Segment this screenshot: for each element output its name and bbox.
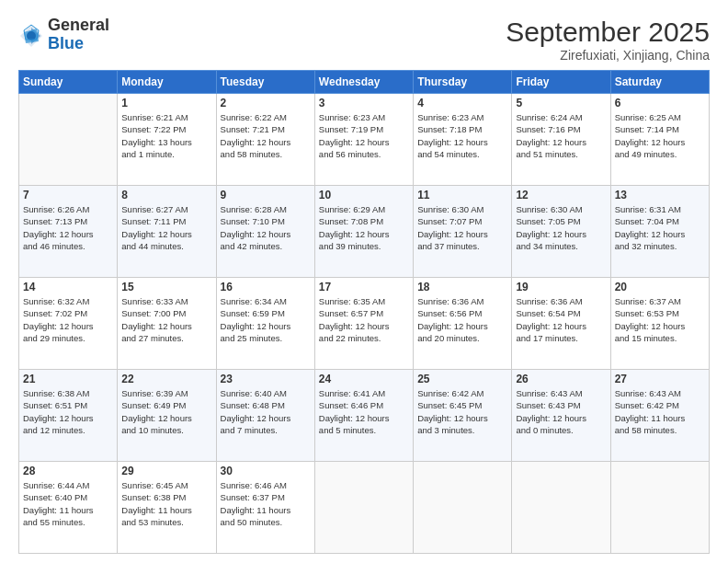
calendar-table: SundayMondayTuesdayWednesdayThursdayFrid… <box>18 70 710 554</box>
day-info: Sunrise: 6:22 AM Sunset: 7:21 PM Dayligh… <box>221 111 311 160</box>
calendar-week-row: 14Sunrise: 6:32 AM Sunset: 7:02 PM Dayli… <box>19 278 710 370</box>
weekday-header: Saturday <box>610 71 709 94</box>
logo-icon <box>18 23 44 49</box>
header: General Blue September 2025 Zirefuxiati,… <box>18 17 710 63</box>
day-info: Sunrise: 6:21 AM Sunset: 7:22 PM Dayligh… <box>121 111 211 160</box>
day-number: 19 <box>516 281 606 293</box>
calendar-cell: 1Sunrise: 6:21 AM Sunset: 7:22 PM Daylig… <box>118 94 216 186</box>
day-number: 28 <box>23 465 113 477</box>
day-info: Sunrise: 6:39 AM Sunset: 6:49 PM Dayligh… <box>121 387 211 436</box>
day-info: Sunrise: 6:26 AM Sunset: 7:13 PM Dayligh… <box>23 203 113 252</box>
calendar-cell: 29Sunrise: 6:45 AM Sunset: 6:38 PM Dayli… <box>118 462 216 554</box>
calendar-cell: 22Sunrise: 6:39 AM Sunset: 6:49 PM Dayli… <box>118 370 216 462</box>
day-info: Sunrise: 6:28 AM Sunset: 7:10 PM Dayligh… <box>221 203 311 252</box>
calendar-cell: 19Sunrise: 6:36 AM Sunset: 6:54 PM Dayli… <box>512 278 610 370</box>
calendar-week-row: 7Sunrise: 6:26 AM Sunset: 7:13 PM Daylig… <box>19 186 710 278</box>
calendar-cell: 5Sunrise: 6:24 AM Sunset: 7:16 PM Daylig… <box>512 94 610 186</box>
day-number: 25 <box>417 373 507 385</box>
day-number: 1 <box>121 97 211 109</box>
weekday-header: Wednesday <box>314 71 413 94</box>
month-title: September 2025 <box>506 17 710 48</box>
calendar-cell: 2Sunrise: 6:22 AM Sunset: 7:21 PM Daylig… <box>216 94 314 186</box>
calendar-cell: 27Sunrise: 6:43 AM Sunset: 6:42 PM Dayli… <box>610 370 709 462</box>
calendar-cell: 25Sunrise: 6:42 AM Sunset: 6:45 PM Dayli… <box>414 370 512 462</box>
day-number: 30 <box>221 465 311 477</box>
calendar-cell: 23Sunrise: 6:40 AM Sunset: 6:48 PM Dayli… <box>216 370 314 462</box>
calendar-cell <box>19 94 118 186</box>
calendar-cell: 10Sunrise: 6:29 AM Sunset: 7:08 PM Dayli… <box>314 186 413 278</box>
calendar-cell: 6Sunrise: 6:25 AM Sunset: 7:14 PM Daylig… <box>610 94 709 186</box>
day-info: Sunrise: 6:40 AM Sunset: 6:48 PM Dayligh… <box>221 387 311 436</box>
day-number: 5 <box>516 97 606 109</box>
page: General Blue September 2025 Zirefuxiati,… <box>0 0 728 563</box>
weekday-header: Sunday <box>19 71 118 94</box>
calendar-cell <box>314 462 413 554</box>
day-number: 9 <box>221 189 311 201</box>
calendar-cell: 8Sunrise: 6:27 AM Sunset: 7:11 PM Daylig… <box>118 186 216 278</box>
day-number: 13 <box>615 189 705 201</box>
calendar-cell: 20Sunrise: 6:37 AM Sunset: 6:53 PM Dayli… <box>610 278 709 370</box>
day-number: 2 <box>221 97 311 109</box>
weekday-header: Tuesday <box>216 71 314 94</box>
day-number: 10 <box>319 189 409 201</box>
title-block: September 2025 Zirefuxiati, Xinjiang, Ch… <box>506 17 710 63</box>
day-number: 11 <box>417 189 507 201</box>
day-number: 15 <box>121 281 211 293</box>
day-info: Sunrise: 6:45 AM Sunset: 6:38 PM Dayligh… <box>121 479 211 528</box>
weekday-header: Thursday <box>414 71 512 94</box>
calendar-cell: 4Sunrise: 6:23 AM Sunset: 7:18 PM Daylig… <box>414 94 512 186</box>
calendar-cell: 16Sunrise: 6:34 AM Sunset: 6:59 PM Dayli… <box>216 278 314 370</box>
calendar-cell: 17Sunrise: 6:35 AM Sunset: 6:57 PM Dayli… <box>314 278 413 370</box>
day-info: Sunrise: 6:27 AM Sunset: 7:11 PM Dayligh… <box>121 203 211 252</box>
day-info: Sunrise: 6:38 AM Sunset: 6:51 PM Dayligh… <box>23 387 113 436</box>
day-number: 3 <box>319 97 409 109</box>
day-info: Sunrise: 6:43 AM Sunset: 6:43 PM Dayligh… <box>516 387 606 436</box>
day-number: 20 <box>615 281 705 293</box>
day-info: Sunrise: 6:31 AM Sunset: 7:04 PM Dayligh… <box>615 203 705 252</box>
day-info: Sunrise: 6:30 AM Sunset: 7:07 PM Dayligh… <box>417 203 507 252</box>
day-info: Sunrise: 6:44 AM Sunset: 6:40 PM Dayligh… <box>23 479 113 528</box>
calendar-cell: 18Sunrise: 6:36 AM Sunset: 6:56 PM Dayli… <box>414 278 512 370</box>
calendar-cell <box>414 462 512 554</box>
logo: General Blue <box>18 17 109 53</box>
day-number: 4 <box>417 97 507 109</box>
day-number: 7 <box>23 189 113 201</box>
day-number: 24 <box>319 373 409 385</box>
weekday-header: Monday <box>118 71 216 94</box>
calendar-cell: 30Sunrise: 6:46 AM Sunset: 6:37 PM Dayli… <box>216 462 314 554</box>
day-number: 12 <box>516 189 606 201</box>
day-info: Sunrise: 6:34 AM Sunset: 6:59 PM Dayligh… <box>221 295 311 344</box>
day-info: Sunrise: 6:32 AM Sunset: 7:02 PM Dayligh… <box>23 295 113 344</box>
calendar-cell: 9Sunrise: 6:28 AM Sunset: 7:10 PM Daylig… <box>216 186 314 278</box>
calendar-cell: 3Sunrise: 6:23 AM Sunset: 7:19 PM Daylig… <box>314 94 413 186</box>
logo-general-text: General <box>48 17 109 35</box>
day-info: Sunrise: 6:29 AM Sunset: 7:08 PM Dayligh… <box>319 203 409 252</box>
calendar-cell: 15Sunrise: 6:33 AM Sunset: 7:00 PM Dayli… <box>118 278 216 370</box>
day-number: 14 <box>23 281 113 293</box>
logo-blue-text: Blue <box>48 35 109 53</box>
day-info: Sunrise: 6:43 AM Sunset: 6:42 PM Dayligh… <box>615 387 705 436</box>
day-number: 16 <box>221 281 311 293</box>
day-info: Sunrise: 6:35 AM Sunset: 6:57 PM Dayligh… <box>319 295 409 344</box>
calendar-cell <box>512 462 610 554</box>
day-info: Sunrise: 6:24 AM Sunset: 7:16 PM Dayligh… <box>516 111 606 160</box>
calendar-header-row: SundayMondayTuesdayWednesdayThursdayFrid… <box>19 71 710 94</box>
calendar-cell <box>610 462 709 554</box>
calendar-cell: 12Sunrise: 6:30 AM Sunset: 7:05 PM Dayli… <box>512 186 610 278</box>
day-info: Sunrise: 6:46 AM Sunset: 6:37 PM Dayligh… <box>221 479 311 528</box>
calendar-cell: 14Sunrise: 6:32 AM Sunset: 7:02 PM Dayli… <box>19 278 118 370</box>
day-info: Sunrise: 6:37 AM Sunset: 6:53 PM Dayligh… <box>615 295 705 344</box>
day-info: Sunrise: 6:30 AM Sunset: 7:05 PM Dayligh… <box>516 203 606 252</box>
calendar-week-row: 21Sunrise: 6:38 AM Sunset: 6:51 PM Dayli… <box>19 370 710 462</box>
calendar-cell: 24Sunrise: 6:41 AM Sunset: 6:46 PM Dayli… <box>314 370 413 462</box>
day-info: Sunrise: 6:36 AM Sunset: 6:56 PM Dayligh… <box>417 295 507 344</box>
logo-text: General Blue <box>48 17 109 53</box>
day-number: 8 <box>121 189 211 201</box>
calendar-cell: 11Sunrise: 6:30 AM Sunset: 7:07 PM Dayli… <box>414 186 512 278</box>
calendar-cell: 21Sunrise: 6:38 AM Sunset: 6:51 PM Dayli… <box>19 370 118 462</box>
day-info: Sunrise: 6:25 AM Sunset: 7:14 PM Dayligh… <box>615 111 705 160</box>
calendar-cell: 28Sunrise: 6:44 AM Sunset: 6:40 PM Dayli… <box>19 462 118 554</box>
location: Zirefuxiati, Xinjiang, China <box>506 48 710 63</box>
day-info: Sunrise: 6:42 AM Sunset: 6:45 PM Dayligh… <box>417 387 507 436</box>
day-info: Sunrise: 6:33 AM Sunset: 7:00 PM Dayligh… <box>121 295 211 344</box>
